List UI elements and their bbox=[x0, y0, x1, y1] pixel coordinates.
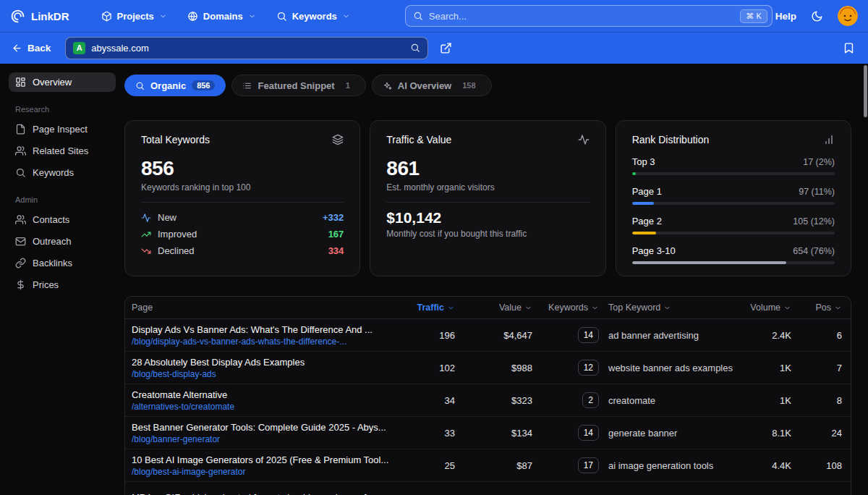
stat-row-new: New +332 bbox=[141, 209, 344, 226]
nav-menu-keywords-label: Keywords bbox=[292, 11, 337, 22]
column-header-keywords[interactable]: Keywords bbox=[535, 302, 603, 313]
keywords-badge[interactable]: 14 bbox=[578, 327, 599, 343]
stat-row-improved: Improved 167 bbox=[141, 226, 344, 242]
column-header-volume[interactable]: Volume bbox=[747, 302, 799, 313]
volume-cell: 2.4K bbox=[747, 330, 799, 341]
sidebar-item-label: Prices bbox=[33, 279, 59, 290]
users-icon bbox=[15, 145, 26, 156]
tab-count-badge: 1 bbox=[341, 80, 355, 90]
traffic-cell: 34 bbox=[400, 395, 458, 406]
column-header-traffic[interactable]: Traffic bbox=[400, 302, 458, 313]
keywords-badge[interactable]: 12 bbox=[578, 360, 599, 376]
sidebar-item-label: Keywords bbox=[33, 167, 74, 178]
table-row[interactable]: Creatomate Alternative /alternatives-to/… bbox=[125, 384, 851, 417]
keywords-badge[interactable]: 14 bbox=[578, 425, 599, 441]
nav-menu-projects-label: Projects bbox=[117, 11, 154, 22]
tab-label: Organic bbox=[150, 80, 186, 91]
back-button[interactable]: Back bbox=[12, 43, 51, 54]
rank-row-page2: Page 2105 (12%) bbox=[632, 216, 835, 234]
line-chart-icon bbox=[141, 213, 151, 223]
chevron-down-icon bbox=[342, 12, 350, 20]
page-url-link[interactable]: /blog/best-ai-image-generator bbox=[132, 467, 400, 477]
search-icon bbox=[413, 11, 423, 21]
page-url-link[interactable]: /blog/display-ads-vs-banner-ads-whats-th… bbox=[132, 337, 400, 347]
table-row[interactable]: 28 Absolutely Best Display Ads Examples … bbox=[125, 352, 851, 384]
sidebar-item-keywords[interactable]: Keywords bbox=[9, 163, 116, 182]
stat-value: +332 bbox=[323, 212, 344, 223]
tab-organic[interactable]: Organic 856 bbox=[124, 75, 226, 96]
page-title: 10 Best AI Image Generators of 2025 (Fre… bbox=[132, 454, 400, 465]
global-search-input[interactable] bbox=[429, 11, 734, 22]
bookmark-button[interactable] bbox=[841, 41, 856, 56]
keywords-cell: 14 bbox=[535, 425, 603, 441]
global-search[interactable]: ⌘ K bbox=[405, 5, 773, 27]
rank-row-page3-10: Page 3-10654 (76%) bbox=[632, 245, 835, 264]
rank-value: 97 (11%) bbox=[799, 187, 835, 197]
traffic-cell: 33 bbox=[400, 428, 458, 439]
traffic-cost-caption: Monthly cost if you bought this traffic bbox=[386, 229, 589, 239]
progress-fill bbox=[632, 202, 655, 205]
domain-input[interactable] bbox=[91, 43, 404, 54]
keywords-cell: 12 bbox=[535, 360, 603, 376]
card-title: Traffic & Value bbox=[386, 134, 451, 145]
volume-cell: 1K bbox=[747, 395, 799, 406]
top-keyword-cell: generate banner bbox=[603, 428, 747, 439]
sidebar-item-label: Backlinks bbox=[33, 258, 72, 268]
dark-mode-toggle[interactable] bbox=[809, 9, 825, 24]
column-header-value[interactable]: Value bbox=[458, 302, 535, 313]
scrollbar-thumb[interactable] bbox=[864, 65, 867, 117]
pos-cell: 24 bbox=[799, 428, 851, 439]
sidebar-item-contacts[interactable]: Contacts bbox=[9, 210, 116, 229]
page-url-link[interactable]: /blog/banner-generator bbox=[132, 434, 400, 444]
page-url-link[interactable]: /blog/best-display-ads bbox=[132, 369, 400, 379]
divider bbox=[386, 202, 589, 203]
table-row[interactable]: MP4 or GIF: which animated format should… bbox=[125, 482, 851, 495]
sidebar-item-backlinks[interactable]: Backlinks bbox=[9, 253, 116, 273]
sidebar-item-label: Outreach bbox=[33, 236, 71, 247]
moon-icon bbox=[811, 10, 823, 22]
keyboard-shortcut-badge: ⌘ K bbox=[740, 9, 767, 23]
sidebar-item-related-sites[interactable]: Related Sites bbox=[9, 141, 116, 161]
sidebar-item-prices[interactable]: Prices bbox=[9, 275, 116, 295]
brand[interactable]: LinkDR bbox=[10, 9, 69, 24]
card-header: Total Keywords bbox=[141, 134, 344, 145]
column-header-page[interactable]: Page bbox=[125, 302, 400, 313]
tab-ai-overview[interactable]: AI Overview 158 bbox=[372, 75, 492, 96]
tab-count-badge: 158 bbox=[457, 80, 480, 90]
nav-menu-projects[interactable]: Projects bbox=[93, 7, 176, 26]
progress-track bbox=[632, 232, 835, 234]
help-link[interactable]: Help bbox=[775, 11, 796, 22]
sidebar-item-page-inspect[interactable]: Page Inspect bbox=[9, 119, 116, 139]
table-row[interactable]: Best Banner Generator Tools: Complete Gu… bbox=[125, 417, 851, 449]
stat-value: 167 bbox=[328, 229, 344, 240]
domain-search[interactable]: A bbox=[65, 37, 428, 59]
rank-distribution-card: Rank Distribution Top 317 (2%) Page 197 … bbox=[616, 120, 851, 276]
column-header-pos[interactable]: Pos bbox=[799, 302, 851, 313]
keywords-badge[interactable]: 17 bbox=[578, 457, 599, 473]
sidebar-item-outreach[interactable]: Outreach bbox=[9, 232, 116, 251]
keywords-badge[interactable]: 2 bbox=[582, 392, 599, 408]
table-row[interactable]: 10 Best AI Image Generators of 2025 (Fre… bbox=[125, 449, 851, 482]
total-keywords-value: 856 bbox=[141, 157, 344, 180]
open-domain-button[interactable] bbox=[438, 41, 454, 56]
list-icon bbox=[242, 81, 252, 90]
page-url-link[interactable]: /alternatives-to/creatomate bbox=[132, 402, 400, 412]
page-title: Creatomate Alternative bbox=[132, 389, 400, 400]
search-icon bbox=[15, 167, 26, 178]
tab-featured-snippet[interactable]: Featured Snippet 1 bbox=[231, 75, 365, 96]
chevron-down-icon bbox=[248, 12, 256, 20]
column-header-top-keyword[interactable]: Top Keyword bbox=[603, 302, 747, 313]
bar-chart-icon bbox=[823, 134, 835, 145]
table-row[interactable]: Display Ads Vs Banner Ads: What's The Di… bbox=[125, 319, 851, 352]
volume-cell: 1K bbox=[747, 363, 799, 373]
avatar[interactable] bbox=[838, 6, 858, 26]
nav-menu-keywords[interactable]: Keywords bbox=[268, 7, 359, 26]
layers-icon bbox=[332, 134, 344, 145]
sidebar-item-overview[interactable]: Overview bbox=[9, 72, 116, 92]
tab-label: Featured Snippet bbox=[258, 80, 334, 91]
stat-value: 334 bbox=[328, 245, 344, 256]
nav-menu-domains[interactable]: Domains bbox=[179, 7, 265, 26]
rank-label: Page 3-10 bbox=[632, 245, 676, 256]
top-keyword-cell: ad banner advertising bbox=[603, 330, 747, 341]
nav-menu-domains-label: Domains bbox=[203, 11, 243, 22]
